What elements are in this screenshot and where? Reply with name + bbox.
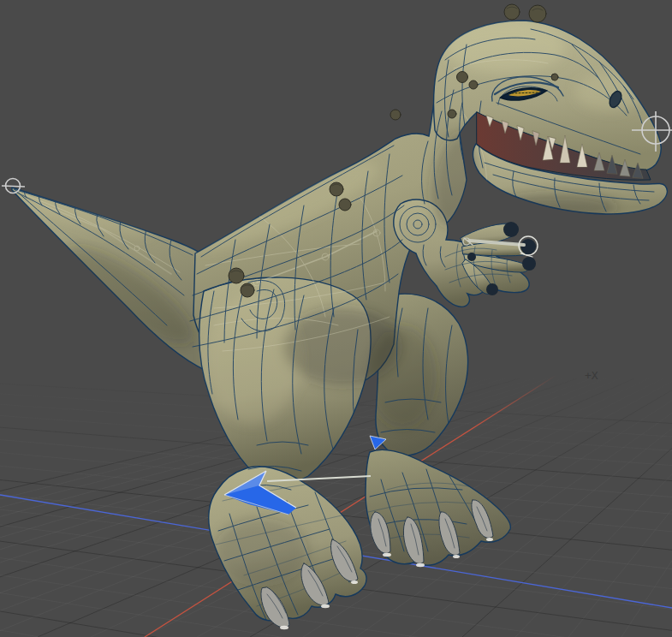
scene-geometry bbox=[469, 80, 478, 89]
x-axis-label: +X bbox=[585, 369, 598, 382]
scene-geometry bbox=[330, 182, 343, 196]
scene-geometry bbox=[453, 555, 460, 558]
scene-geometry bbox=[368, 325, 437, 428]
scene-geometry bbox=[416, 563, 425, 567]
3d-viewport[interactable]: +X bbox=[0, 0, 672, 637]
scene-geometry bbox=[321, 604, 330, 608]
viewport-canvas[interactable]: +X bbox=[0, 0, 672, 637]
scene-geometry bbox=[503, 222, 519, 237]
scene-geometry bbox=[351, 580, 358, 584]
scene-geometry bbox=[383, 553, 391, 557]
scene-geometry bbox=[529, 5, 546, 22]
scene-geometry bbox=[457, 72, 468, 83]
scene-geometry bbox=[522, 257, 536, 271]
scene-geometry bbox=[448, 110, 456, 118]
scene-geometry bbox=[241, 283, 254, 297]
scene-geometry bbox=[486, 538, 493, 541]
scene-geometry bbox=[520, 239, 536, 254]
scene-geometry bbox=[551, 74, 558, 80]
scene-geometry bbox=[339, 199, 351, 211]
scene-geometry bbox=[2, 186, 25, 187]
scene-geometry bbox=[467, 253, 476, 261]
scene-geometry bbox=[390, 110, 401, 120]
scene-geometry bbox=[280, 626, 288, 629]
scene-geometry bbox=[486, 283, 498, 295]
